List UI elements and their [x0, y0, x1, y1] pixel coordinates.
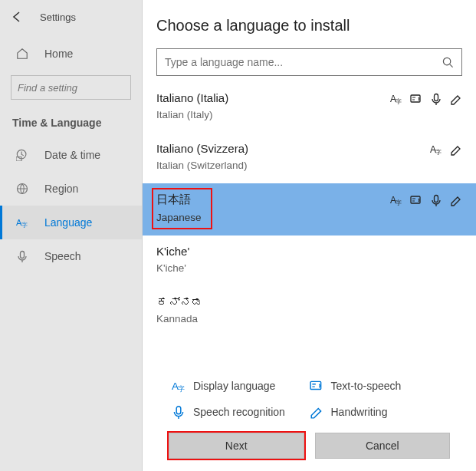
sidebar-item-label: Home — [44, 48, 73, 60]
display-icon — [390, 93, 402, 105]
home-icon — [15, 47, 29, 61]
dialog-footer: Next Cancel — [156, 427, 462, 471]
display-icon — [390, 194, 402, 206]
language-item[interactable]: K'iche'K'iche' — [143, 236, 476, 286]
language-feature-icons — [390, 194, 462, 206]
language-icon — [15, 216, 29, 229]
sidebar-item-region[interactable]: Region — [0, 172, 142, 206]
sidebar-item-date-time[interactable]: Date & time — [0, 138, 142, 172]
legend-text-to-speech: Text-to-speech — [310, 379, 448, 393]
page-title: Choose a language to install — [156, 17, 462, 35]
language-native-name: 日本語 — [156, 193, 202, 207]
language-english-name: Kannada — [156, 313, 203, 324]
sidebar-item-label: Language — [44, 216, 92, 229]
back-icon[interactable] — [11, 11, 23, 23]
cancel-button[interactable]: Cancel — [315, 433, 451, 459]
legend-speech-recognition: Speech recognition — [172, 405, 310, 419]
language-search-input[interactable] — [156, 48, 462, 76]
main-panel: Choose a language to install Italiano (I… — [143, 0, 476, 471]
handwriting-icon — [450, 194, 462, 206]
microphone-icon — [15, 249, 29, 263]
speech-icon — [430, 93, 442, 105]
language-feature-icons — [390, 93, 462, 105]
sidebar-title: Settings — [40, 12, 76, 23]
language-english-name: Japanese — [156, 212, 202, 223]
language-item[interactable]: Italiano (Italia)Italian (Italy) — [143, 82, 476, 133]
settings-sidebar: Settings Home Time & Language Date & tim… — [0, 0, 143, 471]
legend-display-language: Display language — [172, 379, 310, 393]
language-native-name: Italiano (Italia) — [156, 91, 228, 104]
tts-icon — [410, 93, 422, 105]
sidebar-item-language[interactable]: Language — [0, 206, 142, 239]
display-icon — [430, 143, 442, 156]
sidebar-item-label: Region — [44, 183, 78, 195]
search-icon — [442, 57, 454, 68]
language-item[interactable]: Italiano (Svizzera)Italian (Switzerland) — [143, 133, 476, 183]
feature-legend: Display language Text-to-speech Speech r… — [156, 367, 462, 427]
language-english-name: K'iche' — [156, 262, 189, 274]
sidebar-item-label: Date & time — [44, 149, 100, 161]
sidebar-section-label: Time & Language — [0, 112, 142, 138]
calendar-clock-icon — [15, 148, 29, 162]
language-english-name: Italian (Switzerland) — [156, 160, 248, 171]
language-list[interactable]: Italiano (Italia)Italian (Italy)Italiano… — [143, 82, 476, 367]
language-item[interactable]: ಕನ್ನಡKannada — [143, 286, 476, 337]
language-native-name: ಕನ್ನಡ — [156, 295, 203, 308]
find-setting-input[interactable] — [11, 75, 131, 100]
legend-handwriting: Handwriting — [310, 405, 448, 419]
next-button[interactable]: Next — [169, 433, 304, 459]
language-native-name: K'iche' — [156, 245, 189, 258]
language-native-name: Italiano (Svizzera) — [156, 142, 248, 155]
globe-icon — [15, 182, 29, 196]
language-search-field[interactable] — [165, 56, 442, 68]
sidebar-item-speech[interactable]: Speech — [0, 239, 142, 273]
sidebar-item-label: Speech — [44, 250, 80, 262]
tts-icon — [410, 194, 422, 206]
sidebar-item-home[interactable]: Home — [0, 37, 142, 71]
language-english-name: Italian (Italy) — [156, 109, 228, 120]
speech-icon — [430, 194, 442, 206]
find-setting-field[interactable] — [18, 82, 147, 94]
language-item[interactable]: 日本語Japanese — [143, 183, 476, 236]
handwriting-icon — [450, 93, 462, 105]
handwriting-icon — [450, 143, 462, 156]
language-feature-icons — [430, 143, 462, 156]
